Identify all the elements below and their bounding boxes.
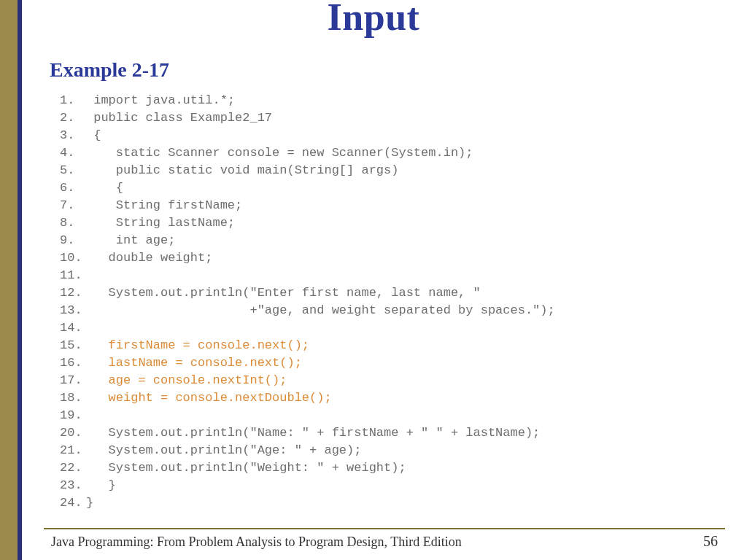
decor-left-gold [0,0,18,560]
line-text: lastName = console.next(); [86,356,302,370]
code-line: 10. double weight; [60,249,555,267]
line-number: 4. [60,144,86,162]
code-line: 19. [60,407,555,424]
line-text: System.out.println("Name: " + firstName … [86,426,540,440]
line-text: System.out.println("Weight: " + weight); [86,461,406,475]
line-number: 17. [60,372,86,389]
line-number: 6. [60,179,86,197]
code-line: 8. String lastName; [60,214,555,232]
line-text: int age; [86,233,175,247]
footer-divider [44,528,725,529]
code-line: 23. } [60,477,555,494]
line-text: System.out.println("Enter first name, la… [86,286,481,300]
line-number: 9. [60,232,86,249]
code-line: 24.} [60,494,555,512]
line-number: 1. [60,92,86,109]
footer-text: Java Programming: From Problem Analysis … [51,534,462,550]
line-number: 7. [60,197,86,214]
code-line: 17. age = console.nextInt(); [60,372,555,389]
code-line: 6. { [60,179,555,197]
line-text: static Scanner console = new Scanner(Sys… [86,146,473,160]
code-line: 5. public static void main(String[] args… [60,162,555,179]
slide-subtitle: Example 2-17 [50,58,169,82]
line-number: 14. [60,319,86,337]
code-listing: 1. import java.util.*;2. public class Ex… [60,92,555,512]
code-line: 2. public class Example2_17 [60,109,555,127]
line-number: 13. [60,302,86,319]
line-number: 12. [60,284,86,302]
line-number: 18. [60,389,86,407]
code-line: 16. lastName = console.next(); [60,354,555,372]
code-line: 22. System.out.println("Weight: " + weig… [60,459,555,477]
line-number: 21. [60,442,86,459]
line-text: String lastName; [86,216,235,230]
decor-left-navy [18,0,22,560]
page-number: 56 [703,533,718,550]
code-line: 14. [60,319,555,337]
line-number: 2. [60,109,86,127]
line-text: weight = console.nextDouble(); [86,391,332,405]
line-number: 15. [60,337,86,354]
line-number: 5. [60,162,86,179]
line-text: double weight; [86,251,212,265]
code-line: 7. String firstName; [60,197,555,214]
line-text: String firstName; [86,198,242,212]
slide: Input Example 2-17 1. import java.util.*… [0,0,747,560]
line-text: +"age, and weight separated by spaces.")… [86,303,555,317]
line-number: 10. [60,249,86,267]
code-line: 20. System.out.println("Name: " + firstN… [60,424,555,442]
code-line: 18. weight = console.nextDouble(); [60,389,555,407]
code-line: 11. [60,267,555,284]
code-line: 13. +"age, and weight separated by space… [60,302,555,319]
line-number: 22. [60,459,86,477]
line-number: 19. [60,407,86,424]
line-number: 20. [60,424,86,442]
line-text: { [86,128,101,142]
code-line: 1. import java.util.*; [60,92,555,109]
code-line: 12. System.out.println("Enter first name… [60,284,555,302]
line-text: public class Example2_17 [86,111,272,125]
line-text: age = console.nextInt(); [86,373,287,387]
line-text: firstName = console.next(); [86,338,309,352]
line-number: 23. [60,477,86,494]
line-text: System.out.println("Age: " + age); [86,443,361,457]
line-number: 8. [60,214,86,232]
line-text: public static void main(String[] args) [86,163,398,177]
line-text: } [86,496,93,510]
slide-title: Input [0,0,747,39]
line-number: 24. [60,494,86,512]
line-number: 3. [60,127,86,144]
line-number: 16. [60,354,86,372]
code-line: 15. firstName = console.next(); [60,337,555,354]
code-line: 9. int age; [60,232,555,249]
line-text: } [86,478,116,492]
line-text: import java.util.*; [86,93,235,107]
line-text: { [86,181,123,195]
line-number: 11. [60,267,86,284]
code-line: 4. static Scanner console = new Scanner(… [60,144,555,162]
code-line: 21. System.out.println("Age: " + age); [60,442,555,459]
code-line: 3. { [60,127,555,144]
